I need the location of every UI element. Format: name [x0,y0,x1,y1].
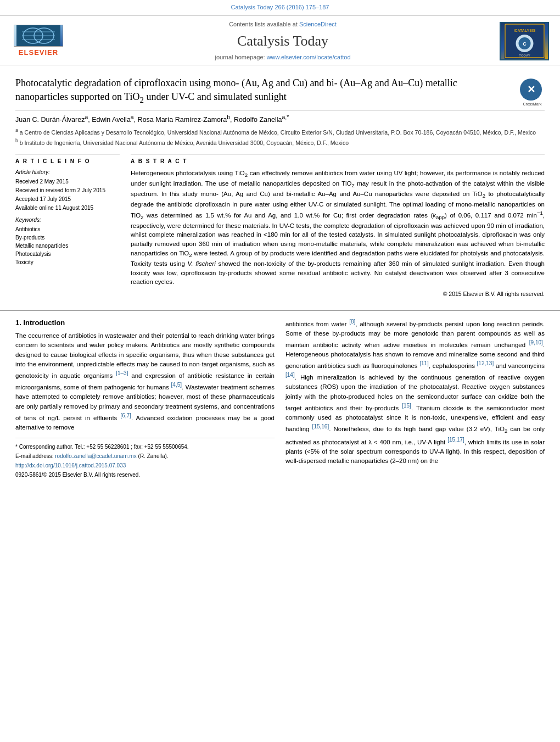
left-column: 1. Introduction The occurrence of antibi… [15,317,275,480]
keyword-4: Photocatalysis [15,250,120,258]
article-title: Photocatalytic degradation of ciprofloxa… [15,76,520,105]
journal-homepage: journal homepage: www.elsevier.com/locat… [77,53,489,62]
keyword-2: By-products [15,234,120,242]
crossmark-icon: ✕ [520,79,542,101]
footnote-doi: http://dx.doi.org/10.1016/j.cattod.2015.… [15,461,275,470]
top-bar: Catalysis Today 266 (2016) 175–187 [0,0,560,16]
revised-date: Received in revised form 2 July 2015 [15,187,120,194]
footnote-section: * Corresponding author. Tel.: +52 55 562… [15,438,275,479]
keywords-section: Keywords: Antibiotics By-products Metall… [15,216,120,266]
introduction-text-right: antibiotics from water [8], although sev… [285,317,545,466]
authors-line: Juan C. Durán-Álvareza, Edwin Avellaa, R… [15,114,545,125]
journal-title: Catalysis Today [77,31,489,51]
crossmark-label: CrossMark [520,102,545,107]
footnote-email: E-mail address: rodolfo.zanella@ccadet.u… [15,452,275,460]
intro-para-2: antibiotics from water [8], although sev… [285,317,545,466]
introduction-text-left: The occurrence of antibiotics in wastewa… [15,331,275,432]
right-column: antibiotics from water [8], although sev… [285,317,545,480]
catalysis-journal-logo: ICATALYSIS C TODAY [500,22,549,60]
article-title-text: Photocatalytic degradation of ciprofloxa… [15,77,457,102]
sciencedirect-label: Contents lists available at ScienceDirec… [77,20,489,29]
copyright-notice: © 2015 Elsevier B.V. All rights reserved… [131,290,545,298]
homepage-url[interactable]: www.elsevier.com/locate/cattod [267,54,351,60]
abstract-heading: A B S T R A C T [131,158,545,165]
article-info-panel: A R T I C L E I N F O Article history: R… [15,154,120,298]
svg-text:ICATALYSIS: ICATALYSIS [513,29,535,32]
section-divider [0,310,560,311]
available-date: Available online 11 August 2015 [15,204,120,212]
sciencedirect-link-text[interactable]: ScienceDirect [299,21,337,27]
svg-text:TODAY: TODAY [519,54,530,57]
affiliation-b: b b Instituto de Ingeniería, Universidad… [15,137,545,147]
abstract-section: A B S T R A C T Heterogeneous photocatal… [131,154,545,298]
article-body: Photocatalytic degradation of ciprofloxa… [0,65,560,303]
crossmark-logo: ✕ CrossMark [520,79,545,103]
doi-link[interactable]: http://dx.doi.org/10.1016/j.cattod.2015.… [15,462,126,468]
journal-reference: Catalysis Today 266 (2016) 175–187 [231,4,329,10]
main-article-content: 1. Introduction The occurrence of antibi… [0,317,560,491]
footnote-corresponding: * Corresponding author. Tel.: +52 55 562… [15,443,275,451]
introduction-heading: 1. Introduction [15,317,275,328]
keyword-1: Antibiotics [15,226,120,233]
svg-text:C: C [523,41,527,47]
article-history-label: Article history: [15,169,120,176]
abstract-text: Heterogeneous photocatalysis using TiO2 … [131,169,545,287]
info-abstract-section: A R T I C L E I N F O Article history: R… [15,154,545,298]
intro-para-1: The occurrence of antibiotics in wastewa… [15,331,275,432]
elsevier-logo: ELSEVIER [11,25,66,58]
journal-header: ELSEVIER Contents lists available at Sci… [0,16,560,65]
elsevier-logo-art [14,25,63,47]
received-date: Received 2 May 2015 [15,178,120,186]
accepted-date: Accepted 17 July 2015 [15,196,120,203]
elsevier-wordmark: ELSEVIER [19,48,58,58]
keyword-5: Toxicity [15,259,120,266]
article-info-heading: A R T I C L E I N F O [15,158,120,165]
keywords-label: Keywords: [15,216,120,224]
keyword-3: Metallic nanoparticles [15,242,120,250]
email-link[interactable]: rodolfo.zanella@ccadet.unam.mx [55,453,137,459]
journal-info-center: Contents lists available at ScienceDirec… [66,20,500,62]
affiliation-a: a a Centro de Ciencias Aplicadas y Desar… [15,127,545,136]
footnote-issn: 0920-5861/© 2015 Elsevier B.V. All right… [15,471,275,479]
article-title-section: Photocatalytic degradation of ciprofloxa… [15,71,545,110]
